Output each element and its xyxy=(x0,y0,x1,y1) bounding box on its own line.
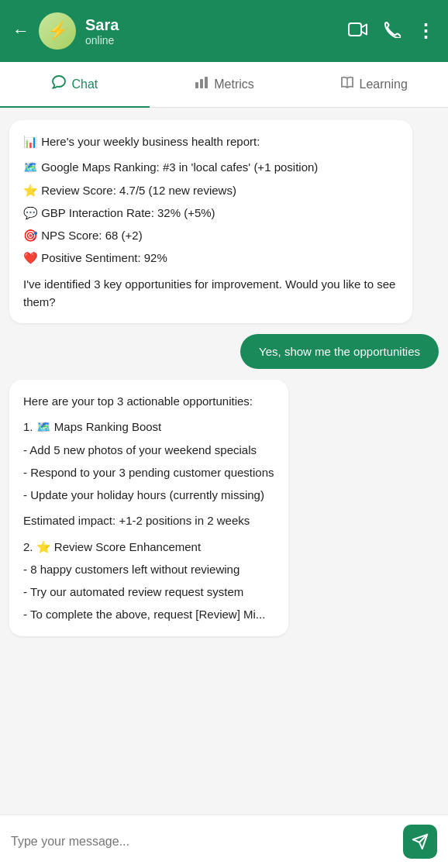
msg3-item1-bullet1: - Add 5 new photos of your weekend speci… xyxy=(23,441,274,459)
avatar-icon: ⚡ xyxy=(47,21,68,41)
input-area xyxy=(0,815,448,868)
msg1-maps: 🗺️ Google Maps Ranking: #3 in 'local caf… xyxy=(23,158,398,176)
svg-rect-3 xyxy=(205,77,208,88)
svg-rect-2 xyxy=(200,79,203,88)
header: ← ⚡ Sara online ⋮ xyxy=(0,0,448,62)
msg3-item2-bullet2: - Try our automated review request syste… xyxy=(23,583,274,601)
svg-rect-0 xyxy=(349,23,361,36)
tab-chat[interactable]: Chat xyxy=(0,62,150,108)
msg3-item1-title: 1. 🗺️ Maps Ranking Boost xyxy=(23,418,274,436)
msg3-item1-bullet2: - Respond to your 3 pending customer que… xyxy=(23,463,274,481)
msg1-opportunities: I've identified 3 key opportunities for … xyxy=(23,275,398,312)
msg3-item2-title: 2. ⭐ Review Score Enhancement xyxy=(23,538,274,556)
avatar: ⚡ xyxy=(39,12,76,50)
msg3-intro: Here are your top 3 actionable opportuni… xyxy=(23,392,274,410)
msg3-item2-bullet1: - 8 happy customers left without reviewi… xyxy=(23,560,274,578)
msg1-nps: 🎯 NPS Score: 68 (+2) xyxy=(23,226,398,244)
msg3-item1-bullet3: - Update your holiday hours (currently m… xyxy=(23,486,274,504)
chat-tab-icon xyxy=(51,74,67,94)
send-button[interactable] xyxy=(403,825,437,859)
contact-info: Sara online xyxy=(85,16,339,46)
msg3-item1-impact: Estimated impact: +1-2 positions in 2 we… xyxy=(23,512,274,529)
msg1-line1: 📊 Here's your weekly business health rep… xyxy=(23,133,398,150)
msg1-gbp: 💬 GBP Interaction Rate: 32% (+5%) xyxy=(23,204,398,222)
message-input[interactable] xyxy=(11,835,395,849)
contact-status: online xyxy=(85,34,339,46)
tab-metrics[interactable]: Metrics xyxy=(150,62,299,108)
metrics-tab-icon xyxy=(194,74,209,94)
message-bot-2: Here are your top 3 actionable opportuni… xyxy=(9,380,288,636)
msg1-review: ⭐ Review Score: 4.7/5 (12 new reviews) xyxy=(23,181,398,199)
message-bot-1: 📊 Here's your weekly business health rep… xyxy=(9,120,412,323)
learning-tab-icon xyxy=(339,74,355,94)
phone-call-icon[interactable] xyxy=(384,21,401,42)
back-button[interactable]: ← xyxy=(12,21,29,41)
tab-learning[interactable]: Learning xyxy=(298,62,448,108)
msg1-sentiment: ❤️ Positive Sentiment: 92% xyxy=(23,249,398,267)
msg3-item2-bullet3: - To complete the above, request [Review… xyxy=(23,605,274,623)
tab-bar: Chat Metrics Learning xyxy=(0,62,448,108)
tab-chat-label: Chat xyxy=(71,78,98,91)
tab-learning-label: Learning xyxy=(360,78,408,91)
user-button-row: Yes, show me the opportunities xyxy=(240,334,439,369)
show-opportunities-button[interactable]: Yes, show me the opportunities xyxy=(240,334,439,369)
tab-metrics-label: Metrics xyxy=(214,78,254,91)
header-actions: ⋮ xyxy=(348,20,436,42)
more-options-icon[interactable]: ⋮ xyxy=(416,20,436,42)
video-call-icon[interactable] xyxy=(348,22,368,41)
contact-name: Sara xyxy=(85,16,339,34)
svg-rect-1 xyxy=(195,82,198,88)
chat-area: 📊 Here's your weekly business health rep… xyxy=(0,108,448,815)
